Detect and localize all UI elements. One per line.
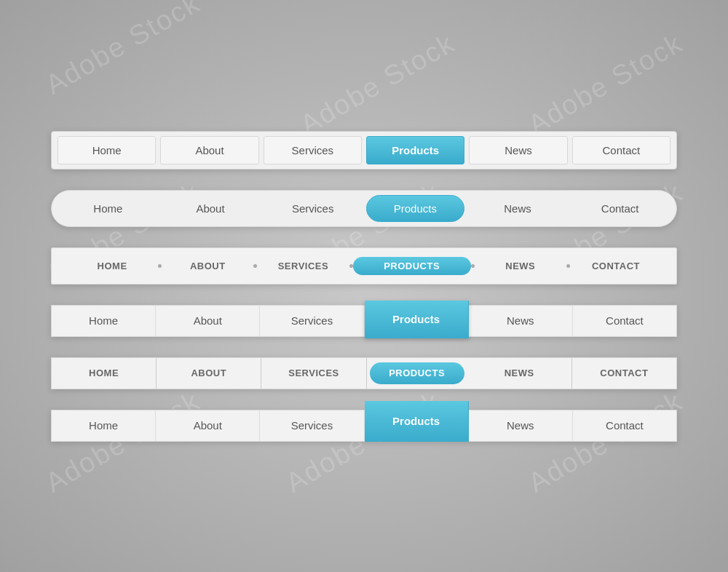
navbar-5: HOMEABOUTSERVICESPRODUCTSNEWSCONTACT [51, 357, 677, 389]
nav4-item-products[interactable]: Products [365, 301, 469, 338]
nav1-item-about[interactable]: About [160, 136, 258, 164]
nav4-item-about[interactable]: About [156, 306, 260, 336]
nav-top-extend: HomeAboutServicesProductsNewsContact [51, 410, 677, 442]
nav3-item-about[interactable]: ABOUT [162, 258, 253, 274]
nav1-item-services[interactable]: Services [264, 136, 362, 164]
nav4-item-services[interactable]: Services [260, 306, 364, 336]
nav3-item-home[interactable]: HOME [66, 258, 158, 274]
nav1-item-contact[interactable]: Contact [572, 136, 670, 164]
nav5-item-home[interactable]: HOME [52, 358, 157, 389]
nav2-item-home[interactable]: Home [59, 195, 157, 222]
nav4-item-news[interactable]: News [469, 306, 573, 336]
nav-square-buttons: HomeAboutServicesProductsNewsContact [51, 131, 677, 170]
nav2-item-services[interactable]: Services [264, 195, 362, 222]
nav6-item-products[interactable]: Products [365, 401, 469, 442]
watermark: Adobe Stock Adobe Stock Adobe Stock Adob… [0, 0, 728, 572]
nav5-item-products[interactable]: PRODUCTS [370, 362, 464, 384]
nav6-item-services[interactable]: Services [260, 410, 364, 441]
nav-rounded-buttons: HomeAboutServicesProductsNewsContact [51, 190, 677, 227]
nav5-item-news[interactable]: NEWS [467, 358, 572, 389]
nav-dot-separator: HOMEABOUTSERVICESPRODUCTSNEWSCONTACT [51, 247, 677, 285]
nav2-item-products[interactable]: Products [366, 195, 464, 222]
nav1-item-home[interactable]: Home [58, 136, 156, 164]
nav2-item-contact[interactable]: Contact [571, 195, 669, 222]
nav5-item-about[interactable]: ABOUT [157, 358, 261, 389]
nav4-item-home[interactable]: Home [52, 306, 156, 336]
nav-pipe-separator: HOMEABOUTSERVICESPRODUCTSNEWSCONTACT [51, 357, 677, 389]
navbar-2: HomeAboutServicesProductsNewsContact [51, 190, 677, 227]
nav2-item-about[interactable]: About [162, 195, 260, 222]
nav5-item-contact[interactable]: CONTACT [572, 358, 676, 389]
nav3-dot-separator [349, 264, 353, 268]
nav-extending-active: HomeAboutServicesProductsNewsContact [51, 305, 677, 337]
navbar-1: HomeAboutServicesProductsNewsContact [51, 131, 677, 170]
navbar-3: HOMEABOUTSERVICESPRODUCTSNEWSCONTACT [51, 247, 677, 285]
nav4-item-contact[interactable]: Contact [573, 306, 676, 336]
nav6-item-about[interactable]: About [156, 410, 260, 441]
nav5-item-services[interactable]: SERVICES [261, 358, 366, 389]
nav6-item-contact[interactable]: Contact [573, 410, 676, 441]
nav1-item-products[interactable]: Products [366, 136, 464, 164]
nav6-item-news[interactable]: News [469, 410, 573, 441]
nav3-item-services[interactable]: SERVICES [257, 258, 349, 274]
nav2-item-news[interactable]: News [469, 195, 567, 222]
nav6-item-home[interactable]: Home [52, 410, 156, 441]
navbar-4: HomeAboutServicesProductsNewsContact [51, 305, 677, 337]
navbar-6: HomeAboutServicesProductsNewsContact [51, 410, 677, 442]
nav1-item-news[interactable]: News [469, 136, 567, 164]
nav3-item-news[interactable]: NEWS [475, 258, 566, 274]
nav3-item-products[interactable]: PRODUCTS [353, 257, 471, 275]
nav3-item-contact[interactable]: CONTACT [570, 258, 662, 274]
